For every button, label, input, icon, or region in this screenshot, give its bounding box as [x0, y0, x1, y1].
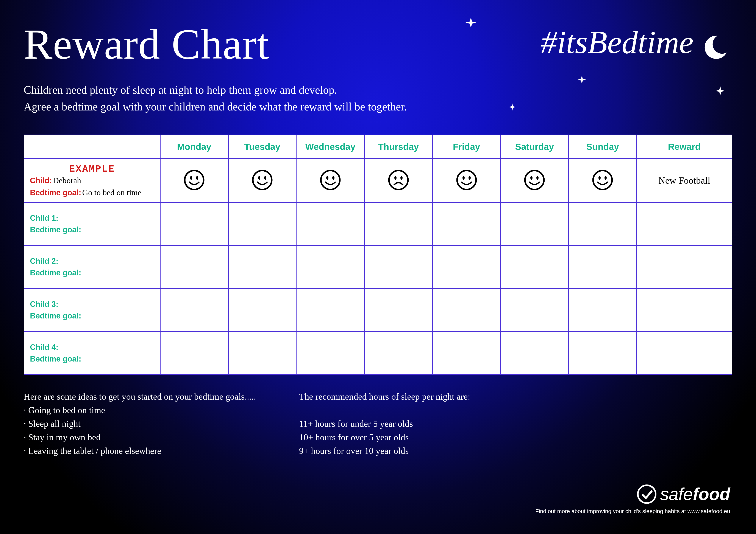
day-cell[interactable] [228, 159, 296, 202]
reward-cell[interactable] [636, 245, 732, 289]
day-cell[interactable] [569, 332, 636, 375]
svg-point-16 [530, 176, 532, 180]
ideas-block: Here are some ideas to get you started o… [24, 390, 256, 458]
day-cell[interactable] [364, 245, 433, 289]
child-label: Child 1: [30, 214, 58, 222]
row-label-cell[interactable]: Child 1: Bedtime goal: [24, 202, 160, 245]
day-cell[interactable] [569, 202, 636, 245]
day-cell[interactable] [433, 332, 500, 375]
svg-point-8 [332, 176, 335, 180]
sparkle-icon [716, 86, 725, 96]
day-cell[interactable] [500, 245, 569, 289]
svg-point-20 [605, 176, 607, 180]
day-cell[interactable] [160, 289, 228, 332]
moon-icon [702, 35, 728, 60]
ideas-heading: Here are some ideas to get you started o… [24, 390, 256, 403]
happy-face-icon [183, 169, 205, 191]
example-label-cell: EXAMPLE Child: Deborah Bedtime goal: Go … [24, 159, 160, 202]
day-cell[interactable] [228, 202, 296, 245]
day-cell[interactable] [296, 245, 364, 289]
header-day: Monday [160, 135, 228, 159]
svg-point-17 [536, 176, 539, 180]
day-cell[interactable] [433, 245, 500, 289]
table-header-row: Monday Tuesday Wednesday Thursday Friday… [24, 135, 732, 159]
row-label-cell[interactable]: Child 4: Bedtime goal: [24, 332, 160, 375]
intro-line: Agree a bedtime goal with your children … [24, 98, 732, 115]
day-cell[interactable] [433, 159, 500, 202]
recommended-item: 10+ hours for over 5 year olds [299, 431, 470, 444]
child-label: Child: [30, 176, 52, 185]
recommended-block: The recommended hours of sleep per night… [299, 390, 470, 458]
day-cell[interactable] [364, 159, 433, 202]
day-cell[interactable] [364, 332, 433, 375]
svg-point-14 [469, 176, 471, 180]
header-reward: Reward [636, 135, 732, 159]
svg-point-5 [264, 176, 266, 180]
goal-label: Bedtime goal: [30, 311, 81, 320]
day-cell[interactable] [500, 202, 569, 245]
sparkle-icon [466, 17, 476, 28]
example-tag: EXAMPLE [30, 164, 154, 174]
child-label: Child 2: [30, 257, 58, 266]
svg-point-9 [389, 170, 408, 190]
day-cell[interactable] [296, 332, 364, 375]
child-label: Child 4: [30, 343, 58, 352]
day-cell[interactable] [228, 332, 296, 375]
day-cell[interactable] [500, 159, 569, 202]
day-cell[interactable] [160, 159, 228, 202]
child-name: Deborah [53, 176, 81, 185]
safefood-logo-icon [637, 484, 657, 504]
reward-cell[interactable] [636, 202, 732, 245]
page-title: Reward Chart [24, 19, 269, 69]
intro-line: Children need plenty of sleep at night t… [24, 82, 732, 98]
goal-label: Bedtime goal: [30, 225, 81, 234]
svg-point-2 [196, 176, 198, 180]
day-cell[interactable] [296, 289, 364, 332]
idea-item: Sleep all night [24, 417, 256, 431]
svg-point-7 [326, 176, 328, 180]
svg-point-19 [599, 176, 601, 180]
day-cell[interactable] [228, 289, 296, 332]
svg-point-6 [321, 170, 340, 190]
day-cell[interactable] [569, 289, 636, 332]
day-cell[interactable] [433, 202, 500, 245]
child-label: Child 3: [30, 300, 58, 309]
header-day: Thursday [364, 135, 433, 159]
goal-label: Bedtime goal: [30, 188, 81, 197]
table-row: Child 1: Bedtime goal: [24, 202, 732, 245]
svg-point-12 [457, 170, 476, 190]
table-row: Child 2: Bedtime goal: [24, 245, 732, 289]
header-blank [24, 135, 160, 159]
day-cell[interactable] [569, 245, 636, 289]
day-cell[interactable] [296, 202, 364, 245]
day-cell[interactable] [364, 289, 433, 332]
sparkle-icon [578, 75, 586, 84]
svg-point-15 [525, 170, 544, 190]
recommended-heading: The recommended hours of sleep per night… [299, 390, 470, 403]
row-label-cell[interactable]: Child 3: Bedtime goal: [24, 289, 160, 332]
day-cell[interactable] [160, 332, 228, 375]
day-cell[interactable] [160, 202, 228, 245]
happy-face-icon [592, 169, 613, 191]
recommended-item: 9+ hours for over 10 year olds [299, 444, 470, 458]
reward-cell[interactable]: New Football [636, 159, 732, 202]
day-cell[interactable] [160, 245, 228, 289]
day-cell[interactable] [569, 159, 636, 202]
header-day: Saturday [500, 135, 569, 159]
logo-tagline: Find out more about improving your child… [535, 508, 730, 515]
day-cell[interactable] [296, 159, 364, 202]
svg-point-13 [463, 176, 465, 180]
reward-cell[interactable] [636, 332, 732, 375]
day-cell[interactable] [433, 289, 500, 332]
row-label-cell[interactable]: Child 2: Bedtime goal: [24, 245, 160, 289]
sparkle-icon [509, 103, 516, 111]
header-day: Friday [433, 135, 500, 159]
day-cell[interactable] [500, 332, 569, 375]
day-cell[interactable] [500, 289, 569, 332]
day-cell[interactable] [228, 245, 296, 289]
logo-text-bold: food [693, 484, 730, 504]
reward-cell[interactable] [636, 289, 732, 332]
goal-label: Bedtime goal: [30, 268, 81, 277]
svg-point-0 [185, 170, 204, 190]
day-cell[interactable] [364, 202, 433, 245]
